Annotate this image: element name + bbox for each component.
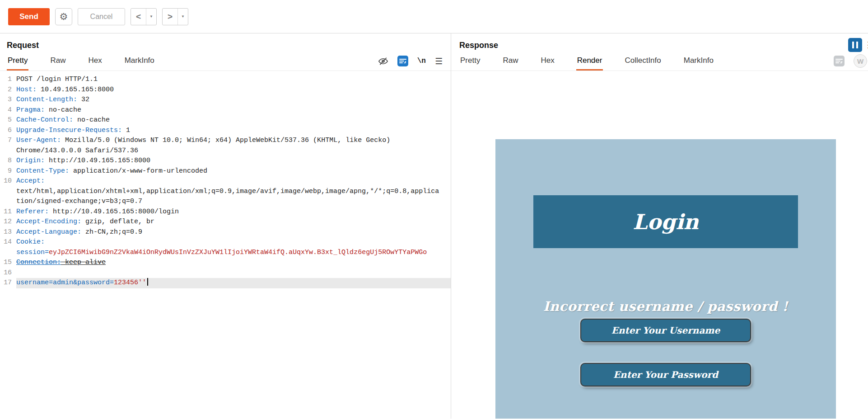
line-number: 9 xyxy=(0,166,12,177)
response-wrap-lines-button[interactable] xyxy=(834,56,845,66)
request-line: 12Accept-Encoding: gzip, deflate, br xyxy=(0,217,451,227)
response-tab-collectinfo[interactable]: CollectInfo xyxy=(624,52,662,71)
pause-icon xyxy=(856,42,858,48)
line-number: 6 xyxy=(0,126,12,136)
response-tab-row: PrettyRawHexRenderCollectInfoMarkInfo W xyxy=(451,52,868,71)
line-content: Content-Type: application/x-www-form-url… xyxy=(16,166,451,177)
main-split: Request PrettyRawHexMarkInfo xyxy=(0,33,868,419)
request-line: 16 xyxy=(0,268,451,278)
wrap-lines-icon xyxy=(834,56,845,66)
line-number: 10 xyxy=(0,176,12,207)
wrap-lines-button[interactable] xyxy=(397,56,408,66)
back-button[interactable]: < xyxy=(131,9,146,25)
request-tab-icons: \n ☰ xyxy=(378,52,443,71)
request-tabs: PrettyRawHexMarkInfo xyxy=(7,52,155,71)
line-content: Upgrade-Insecure-Requests: 1 xyxy=(16,126,451,136)
request-line: 9Content-Type: application/x-www-form-ur… xyxy=(0,166,451,177)
line-number: 11 xyxy=(0,207,12,217)
request-line: 8Origin: http://10.49.165.165:8000 xyxy=(0,156,451,166)
newline-button[interactable]: \n xyxy=(417,57,426,65)
line-number: 4 xyxy=(0,105,12,116)
text-cursor xyxy=(147,278,148,286)
request-line: 17username=admin&password=123456'' xyxy=(0,278,451,288)
line-number: 13 xyxy=(0,227,12,238)
line-content: Referer: http://10.49.165.165:8000/login xyxy=(16,207,451,217)
response-panel: ☰ Response PrettyRawHexRenderCollectInfo… xyxy=(451,33,868,419)
response-tab-pretty[interactable]: Pretty xyxy=(459,52,481,71)
line-number: 8 xyxy=(0,156,12,166)
back-dropdown[interactable]: ▼ xyxy=(146,9,156,25)
response-tab-markinfo[interactable]: MarkInfo xyxy=(683,52,714,71)
response-tabs: PrettyRawHexRenderCollectInfoMarkInfo xyxy=(459,52,714,71)
request-line: 7User-Agent: Mozilla/5.0 (Windows NT 10.… xyxy=(0,136,451,156)
line-number: 3 xyxy=(0,95,12,105)
line-content: Connection: keep-alive xyxy=(16,258,451,268)
line-content: Origin: http://10.49.165.165:8000 xyxy=(16,156,451,166)
chevron-down-icon: ▼ xyxy=(149,14,153,19)
cancel-button[interactable]: Cancel xyxy=(78,8,125,25)
response-tab-hex[interactable]: Hex xyxy=(540,52,555,71)
line-number: 15 xyxy=(0,258,12,268)
response-title: Response xyxy=(451,33,868,52)
wrap-lines-icon xyxy=(397,56,408,66)
newline-icon: \n xyxy=(417,57,426,65)
forward-dropdown[interactable]: ▼ xyxy=(178,9,188,25)
response-tab-render[interactable]: Render xyxy=(576,52,603,71)
response-top-icons: ☰ xyxy=(848,38,868,52)
request-line: 2Host: 10.49.165.165:8000 xyxy=(0,85,451,95)
hamburger-icon: ☰ xyxy=(435,56,443,66)
line-content: Accept: text/html,application/xhtml+xml,… xyxy=(16,176,451,207)
request-tab-pretty[interactable]: Pretty xyxy=(7,52,28,71)
username-button[interactable]: Enter Your Username xyxy=(580,319,751,342)
pause-icon xyxy=(852,42,854,48)
request-menu-button[interactable]: ☰ xyxy=(435,56,443,66)
request-line: 6Upgrade-Insecure-Requests: 1 xyxy=(0,126,451,136)
request-tab-hex[interactable]: Hex xyxy=(87,52,103,71)
request-line: 14Cookie: session=eyJpZCI6MiwibG9nZ2VkaW… xyxy=(0,237,451,258)
line-number: 1 xyxy=(0,75,12,85)
request-panel: Request PrettyRawHexMarkInfo xyxy=(0,33,451,419)
forward-button[interactable]: > xyxy=(163,9,178,25)
password-button[interactable]: Enter Your Password xyxy=(580,363,751,386)
response-tab-raw[interactable]: Raw xyxy=(502,52,519,71)
line-number: 16 xyxy=(0,268,12,278)
line-number: 12 xyxy=(0,217,12,227)
login-title: Login xyxy=(633,210,699,234)
request-line: 5Cache-Control: no-cache xyxy=(0,115,451,126)
error-message: Incorrect username / password ! xyxy=(495,299,836,314)
login-title-banner: Login xyxy=(533,195,798,248)
line-content: POST /login HTTP/1.1 xyxy=(16,75,451,85)
request-line: 11Referer: http://10.49.165.165:8000/log… xyxy=(0,207,451,217)
line-content xyxy=(16,268,451,278)
request-line: 15Connection: keep-alive xyxy=(0,258,451,268)
line-content: username=admin&password=123456'' xyxy=(16,278,451,288)
w-widget-button[interactable]: W xyxy=(854,54,867,68)
request-line: 13Accept-Language: zh-CN,zh;q=0.9 xyxy=(0,227,451,238)
request-tab-raw[interactable]: Raw xyxy=(49,52,66,71)
login-page: Login Incorrect username / password ! En… xyxy=(495,139,836,419)
pause-button[interactable] xyxy=(848,38,862,52)
response-tab-icons: W xyxy=(834,52,860,71)
line-number: 5 xyxy=(0,115,12,126)
line-number: 2 xyxy=(0,85,12,95)
request-line: 1POST /login HTTP/1.1 xyxy=(0,75,451,85)
render-area: Login Incorrect username / password ! En… xyxy=(451,71,868,419)
settings-button[interactable]: ⚙ xyxy=(55,8,72,25)
hide-eye-button[interactable] xyxy=(378,56,388,66)
line-content: Host: 10.49.165.165:8000 xyxy=(16,85,451,95)
line-number: 14 xyxy=(0,237,12,258)
send-button[interactable]: Send xyxy=(8,8,50,25)
back-icon: < xyxy=(136,12,141,22)
line-number: 17 xyxy=(0,278,12,288)
request-title: Request xyxy=(0,33,451,52)
toolbar: Send ⚙ Cancel < ▼ > ▼ xyxy=(0,0,868,33)
line-content: Content-Length: 32 xyxy=(16,95,451,105)
line-content: Accept-Encoding: gzip, deflate, br xyxy=(16,217,451,227)
request-editor[interactable]: 1POST /login HTTP/1.12Host: 10.49.165.16… xyxy=(0,71,451,419)
forward-icon: > xyxy=(168,12,173,22)
forward-split-button: > ▼ xyxy=(162,8,188,25)
line-content: Cache-Control: no-cache xyxy=(16,115,451,126)
request-tab-markinfo[interactable]: MarkInfo xyxy=(124,52,155,71)
line-number: 7 xyxy=(0,136,12,156)
line-content: Cookie: session=eyJpZCI6MiwibG9nZ2VkaW4i… xyxy=(16,237,451,258)
